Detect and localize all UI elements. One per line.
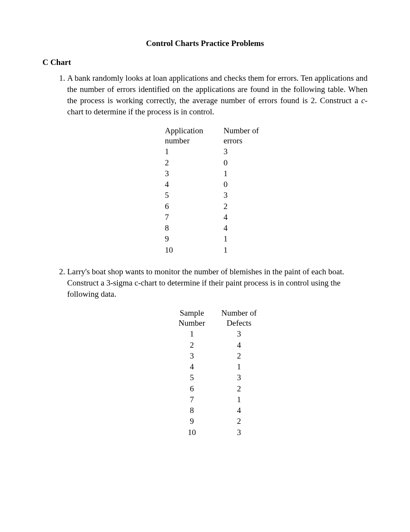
table-cell: 2 bbox=[213, 350, 264, 361]
table-row: 53 bbox=[163, 190, 272, 201]
table-cell: 3 bbox=[163, 168, 221, 179]
data-table: Sample Number Number of Defects 13243241… bbox=[170, 308, 264, 438]
header-text: Number bbox=[179, 318, 205, 328]
table-row: 32 bbox=[170, 350, 264, 361]
data-table: Application number Number of errors 1320… bbox=[163, 125, 272, 255]
table-cell: 6 bbox=[170, 383, 213, 394]
problem-prompt: A bank randomly looks at loan applicatio… bbox=[67, 73, 368, 117]
table-cell: 4 bbox=[221, 212, 272, 223]
header-text: Application bbox=[165, 126, 203, 135]
table-row: 71 bbox=[170, 394, 264, 405]
table-cell: 3 bbox=[213, 372, 264, 383]
table-cell: 4 bbox=[213, 405, 264, 416]
table-row: 13 bbox=[170, 328, 264, 339]
table-row: 13 bbox=[163, 146, 272, 157]
table-row: 84 bbox=[170, 405, 264, 416]
table-body: 132031405362748491101 bbox=[163, 146, 272, 255]
header-text: Sample bbox=[180, 308, 204, 318]
section-heading: C Chart bbox=[42, 58, 368, 67]
table-cell: 9 bbox=[170, 416, 213, 427]
table-cell: 2 bbox=[213, 383, 264, 394]
table-cell: 7 bbox=[170, 394, 213, 405]
problem-item: A bank randomly looks at loan applicatio… bbox=[67, 73, 368, 255]
table-header: Application number bbox=[163, 125, 221, 146]
document-page: Control Charts Practice Problems C Chart… bbox=[0, 0, 410, 526]
table-cell: 3 bbox=[213, 427, 264, 438]
table-cell: 0 bbox=[221, 157, 272, 168]
table-header: Number of errors bbox=[221, 125, 272, 146]
table-cell: 3 bbox=[170, 350, 213, 361]
table-cell: 1 bbox=[163, 146, 221, 157]
table-container: Sample Number Number of Defects 13243241… bbox=[67, 308, 368, 438]
table-row: 91 bbox=[163, 233, 272, 244]
table-cell: 9 bbox=[163, 233, 221, 244]
table-cell: 1 bbox=[213, 394, 264, 405]
table-cell: 1 bbox=[213, 361, 264, 372]
page-title: Control Charts Practice Problems bbox=[42, 39, 368, 48]
prompt-text: A bank randomly looks at loan applicatio… bbox=[67, 73, 368, 105]
table-row: 101 bbox=[163, 245, 272, 255]
table-cell: 2 bbox=[221, 201, 272, 212]
table-cell: 1 bbox=[221, 233, 272, 244]
table-cell: 3 bbox=[213, 328, 264, 339]
table-cell: 6 bbox=[163, 201, 221, 212]
header-text: Number of bbox=[224, 126, 259, 135]
table-header: Sample Number bbox=[170, 308, 213, 329]
problem-list: A bank randomly looks at loan applicatio… bbox=[42, 73, 368, 438]
table-cell: 2 bbox=[170, 340, 213, 350]
table-cell: 1 bbox=[170, 328, 213, 339]
table-row: 74 bbox=[163, 212, 272, 223]
table-row: 20 bbox=[163, 157, 272, 168]
table-row: 62 bbox=[163, 201, 272, 212]
table-cell: 5 bbox=[163, 190, 221, 201]
table-row: 53 bbox=[170, 372, 264, 383]
table-cell: 10 bbox=[163, 245, 221, 255]
table-cell: 1 bbox=[221, 245, 272, 255]
italic-c: c bbox=[361, 96, 365, 105]
problem-item: Larry's boat shop wants to monitor the n… bbox=[67, 266, 368, 438]
table-cell: 7 bbox=[163, 212, 221, 223]
table-cell: 8 bbox=[163, 223, 221, 233]
table-cell: 2 bbox=[213, 416, 264, 427]
table-cell: 0 bbox=[221, 179, 272, 190]
table-header-row: Application number Number of errors bbox=[163, 125, 272, 146]
table-header: Number of Defects bbox=[213, 308, 264, 329]
table-row: 84 bbox=[163, 223, 272, 233]
table-cell: 4 bbox=[170, 361, 213, 372]
table-cell: 5 bbox=[170, 372, 213, 383]
table-row: 31 bbox=[163, 168, 272, 179]
table-body: 132432415362718492103 bbox=[170, 328, 264, 438]
table-cell: 10 bbox=[170, 427, 213, 438]
table-cell: 4 bbox=[163, 179, 221, 190]
table-header-row: Sample Number Number of Defects bbox=[170, 308, 264, 329]
header-text: Number of bbox=[221, 308, 257, 318]
table-cell: 1 bbox=[221, 168, 272, 179]
table-row: 24 bbox=[170, 340, 264, 350]
table-row: 62 bbox=[170, 383, 264, 394]
header-text: Defects bbox=[227, 318, 251, 328]
table-cell: 4 bbox=[221, 223, 272, 233]
table-row: 40 bbox=[163, 179, 272, 190]
problem-prompt: Larry's boat shop wants to monitor the n… bbox=[67, 266, 368, 300]
table-cell: 3 bbox=[221, 146, 272, 157]
table-row: 92 bbox=[170, 416, 264, 427]
table-cell: 2 bbox=[163, 157, 221, 168]
table-row: 41 bbox=[170, 361, 264, 372]
table-cell: 8 bbox=[170, 405, 213, 416]
header-text: errors bbox=[224, 136, 242, 145]
table-cell: 3 bbox=[221, 190, 272, 201]
table-row: 103 bbox=[170, 427, 264, 438]
header-text: number bbox=[165, 136, 190, 145]
table-container: Application number Number of errors 1320… bbox=[67, 125, 368, 255]
table-cell: 4 bbox=[213, 340, 264, 350]
